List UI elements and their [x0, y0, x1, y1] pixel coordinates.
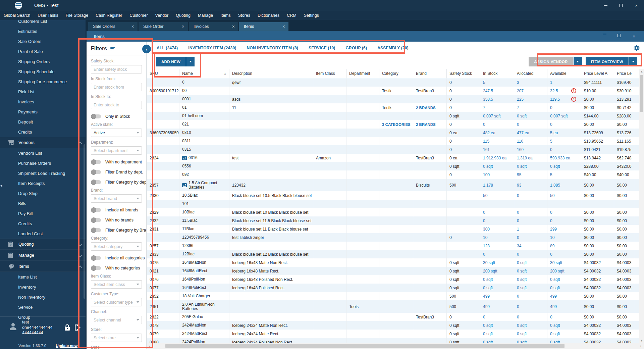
in-stock-link[interactable]: 123: [483, 244, 490, 248]
in-stock-link[interactable]: 482 ea: [483, 131, 495, 135]
allocated-link[interactable]: 0 sqft: [517, 164, 527, 169]
toggle-include-all-brands[interactable]: Include all brands: [91, 206, 142, 214]
column-header-department[interactable]: Department: [346, 69, 379, 78]
type-tab-inventory[interactable]: INVENTORY ITEM (2430): [188, 46, 236, 50]
allocated-link[interactable]: 225: [517, 97, 524, 102]
table-row[interactable]: 00761648PoliNonIceberg 16x48 Polished No…: [147, 275, 639, 284]
available-link[interactable]: 0 sqft: [550, 164, 560, 169]
sidebar-item-shipping-orders[interactable]: Shipping Orders: [0, 56, 86, 66]
table-row[interactable]: 336037306505903100 ea482 ea477 ea5 ea$13…: [147, 129, 639, 137]
table-row[interactable]: 123456789456test liablish zinger010010$0…: [147, 233, 639, 242]
tab-close-icon[interactable]: ×: [182, 24, 184, 29]
toggle-switch[interactable]: [92, 256, 101, 260]
gear-icon[interactable]: [633, 45, 640, 51]
sidebar-item-vendors-list[interactable]: Vendors List: [0, 148, 86, 158]
column-header-in-stock[interactable]: In Stock: [480, 69, 514, 78]
toggle-with-no-brands[interactable]: With no brands: [91, 216, 142, 225]
select-item-class[interactable]: Select item class: [91, 280, 142, 289]
allocated-link[interactable]: 7: [517, 105, 519, 110]
in-stock-link[interactable]: 0 sqft: [483, 164, 493, 169]
allocated-link[interactable]: 110: [517, 139, 523, 144]
sidebar-section-quoting[interactable]: ?Quoting: [0, 239, 86, 250]
vertical-scrollbar[interactable]: ▲ ▼: [639, 69, 644, 343]
in-stock-link[interactable]: 0: [483, 210, 485, 215]
column-header-name[interactable]: Name▲: [179, 69, 229, 78]
select-channel[interactable]: Select channel: [91, 316, 142, 324]
allocated-link[interactable]: 0 sqft: [517, 269, 527, 273]
table-row[interactable]: 00802424PoliNonIceberg 24x24 Polished No…: [147, 338, 639, 343]
table-row[interactable]: 101: [147, 200, 639, 208]
allocated-link[interactable]: 207: [517, 89, 524, 93]
column-header-item-class[interactable]: Item Class: [313, 69, 346, 78]
in-stock-link[interactable]: 5: [483, 80, 485, 85]
available-link[interactable]: 593.933 ea: [550, 156, 570, 160]
available-link[interactable]: 0 sqft: [550, 277, 560, 282]
sidebar-scrollbar[interactable]: [84, 144, 85, 299]
horizontal-scrollbar[interactable]: ‹ ›: [147, 343, 644, 349]
tab-invoices[interactable]: Invoices×: [189, 22, 238, 31]
available-link[interactable]: 0 sqft: [550, 332, 560, 336]
input-in-stock-to[interactable]: [91, 101, 142, 109]
sidebar-item-deposit[interactable]: Deposit: [0, 117, 86, 127]
type-tab-assembly[interactable]: ASSEMBLY (20): [377, 46, 409, 50]
sidebar-item-payments[interactable]: Payments: [0, 107, 86, 117]
allocated-link[interactable]: 3: [517, 80, 519, 85]
panel-minimize-icon[interactable]: [597, 34, 612, 34]
allocated-link[interactable]: 0 sqft: [517, 260, 527, 265]
tab-close-icon[interactable]: ×: [232, 24, 235, 29]
sidebar-item-customers-list[interactable]: Customers List: [0, 20, 86, 26]
available-link[interactable]: 5: [550, 172, 552, 177]
toggle-filter-category-by-brand[interactable]: Filter Category by Brand: [91, 226, 142, 235]
available-link[interactable]: 32.5: [550, 89, 558, 93]
item-overview-button[interactable]: ITEM OVERVIEW: [586, 57, 629, 66]
menu-item-customer[interactable]: Customer: [126, 11, 151, 20]
in-stock-link[interactable]: 30 sqft: [483, 260, 495, 265]
table-row[interactable]: 05560 sqft0 sqft0 sqft0 sqft$288.00$4320…: [147, 162, 639, 170]
toggle-filter-brand-by-dept[interactable]: Filter Brand by dept.: [91, 168, 142, 177]
table-row[interactable]: 031501611600$11.0421$19.875: [147, 145, 639, 154]
select-category[interactable]: Select category: [91, 242, 142, 251]
sidebar-item-items-list[interactable]: Items List: [0, 272, 86, 282]
sidebar-section-vendors[interactable]: Vendors: [0, 137, 86, 148]
in-stock-link[interactable]: 200 sqft: [483, 269, 497, 273]
table-row[interactable]: 23240316testAmazonTestBran30 ea1,912.933…: [147, 154, 639, 162]
available-link[interactable]: 50: [550, 193, 554, 198]
sidebar-item-shipment-load-tracking[interactable]: Shipment Load Tracking: [0, 168, 86, 178]
sidebar-item-shipping-for-e-commerce[interactable]: Shipping for e-commerce: [0, 77, 86, 87]
table-row[interactable]: 0920100955$40.00$40.00: [147, 170, 639, 179]
filter-icon[interactable]: [110, 47, 115, 50]
available-link[interactable]: 0: [550, 218, 552, 223]
sidebar-item-service[interactable]: Service: [0, 302, 86, 312]
select-department[interactable]: Select department: [91, 146, 142, 155]
tab-close-icon[interactable]: ×: [282, 24, 285, 29]
table-row[interactable]: 0qewr0531$94.11111$169.40: [147, 78, 639, 87]
table-row[interactable]: 00751648MattNonIceberg 16x48 Matte Non R…: [147, 258, 639, 267]
table-row[interactable]: 00771648PoliRectIceberg 16x48 Polished R…: [147, 284, 639, 292]
brand-value[interactable]: 2 BRANDS: [416, 106, 436, 110]
table-row[interactable]: 00211648MattRectIceberg 16x48 Matte Rect…: [147, 267, 639, 275]
brand-value[interactable]: 2 BRANDS: [416, 122, 436, 127]
toggle-filter-category-by-dept[interactable]: Filter Category by dept.: [91, 178, 142, 187]
menu-item-quoting[interactable]: Quoting: [172, 11, 194, 20]
sidebar-section-manage[interactable]: Manage: [0, 250, 86, 261]
toggle-switch[interactable]: [92, 208, 101, 212]
in-stock-link[interactable]: 115: [483, 139, 489, 144]
in-stock-link[interactable]: 0 sqft: [483, 340, 493, 343]
allocated-link[interactable]: 160: [517, 147, 524, 152]
in-stock-link[interactable]: 0 sqft: [483, 323, 493, 328]
toggle-include-all-categories[interactable]: Include all categories: [91, 254, 142, 262]
in-stock-link[interactable]: 7: [483, 105, 485, 110]
sidebar-item-pick-list[interactable]: Pick List: [0, 87, 86, 97]
in-stock-link[interactable]: 0: [483, 218, 485, 223]
table-row[interactable]: 233312BlacBlack blouse set 12 Black Blac…: [147, 250, 639, 258]
in-stock-link[interactable]: 10: [483, 235, 487, 240]
toggle-switch[interactable]: [92, 228, 101, 232]
menu-item-crm[interactable]: CRM: [283, 11, 300, 20]
available-link[interactable]: 0 sqft: [550, 340, 560, 343]
menu-item-dictionaries[interactable]: Dictionaries: [254, 11, 283, 20]
allocated-link[interactable]: 0: [517, 210, 519, 215]
panel-restore-icon[interactable]: [612, 34, 627, 37]
filters-collapse-button[interactable]: ‹: [142, 45, 151, 53]
menu-item-cash-register[interactable]: Cash Register: [92, 11, 126, 20]
sidebar-item-estimates[interactable]: Estimates: [0, 26, 86, 36]
